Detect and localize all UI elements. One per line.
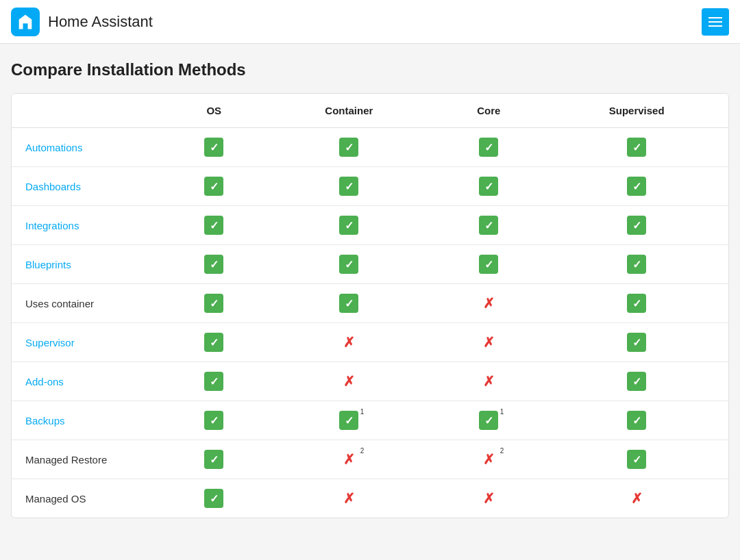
app-title: Home Assistant	[48, 13, 153, 31]
feature-text: Managed Restore	[25, 454, 107, 466]
feature-text: Uses container	[25, 298, 94, 309]
feature-link[interactable]: Backups	[25, 415, 65, 427]
table-cell-supervised: ✓	[545, 245, 728, 284]
check-icon: ✓	[627, 294, 646, 313]
feature-cell[interactable]: Backups	[12, 401, 162, 440]
header: Home Assistant	[0, 0, 740, 44]
feature-cell: Managed Restore	[12, 440, 162, 479]
table-row: Automations✓✓✓✓	[12, 128, 728, 167]
check-icon: ✓	[204, 411, 223, 430]
table-cell-supervised: ✓	[545, 167, 728, 206]
check-icon: ✓1	[479, 411, 498, 430]
page-title: Compare Installation Methods	[11, 60, 729, 79]
cross-icon: ✗	[479, 333, 498, 352]
table-cell-container: ✓	[266, 206, 433, 245]
check-icon: ✓	[204, 372, 223, 391]
check-icon: ✓	[204, 333, 223, 352]
menu-button[interactable]	[702, 8, 729, 36]
comparison-table: OS Container Core Supervised Automations…	[12, 94, 728, 518]
check-icon: ✓	[627, 411, 646, 430]
check-icon: ✓	[339, 177, 358, 196]
table-cell-os: ✓	[162, 167, 266, 206]
table-cell-container: ✗	[266, 362, 433, 401]
check-icon: ✓	[627, 216, 646, 235]
check-icon: ✓	[627, 255, 646, 274]
feature-cell[interactable]: Dashboards	[12, 167, 162, 206]
table-row: Backups✓✓1✓1✓	[12, 401, 728, 440]
table-cell-core: ✓	[432, 206, 545, 245]
table-cell-core: ✗	[432, 284, 545, 323]
check-icon: ✓	[204, 255, 223, 274]
feature-link[interactable]: Automations	[25, 142, 82, 153]
table-cell-container: ✓	[266, 245, 433, 284]
hamburger-icon	[708, 21, 722, 23]
check-icon: ✓	[627, 372, 646, 391]
check-icon: ✓	[479, 216, 498, 235]
check-icon: ✓	[339, 294, 358, 313]
table-cell-container: ✓	[266, 167, 433, 206]
table-cell-container: ✗	[266, 479, 433, 518]
check-icon: ✓	[204, 450, 223, 469]
table-cell-supervised: ✓	[545, 323, 728, 362]
table-cell-core: ✓	[432, 245, 545, 284]
check-icon: ✓	[627, 177, 646, 196]
check-icon: ✓	[204, 216, 223, 235]
cross-icon: ✗2	[479, 450, 498, 469]
cross-icon: ✗	[627, 489, 646, 508]
check-icon: ✓	[339, 216, 358, 235]
table-cell-os: ✓	[162, 128, 266, 167]
table-cell-supervised: ✓	[545, 401, 728, 440]
table-cell-supervised: ✓	[545, 206, 728, 245]
col-header-container: Container	[266, 94, 433, 128]
svg-point-0	[23, 18, 27, 22]
feature-cell[interactable]: Integrations	[12, 206, 162, 245]
feature-link[interactable]: Add-ons	[25, 376, 64, 387]
cross-icon: ✗	[479, 372, 498, 391]
table-cell-core: ✗2	[432, 440, 545, 479]
table-cell-os: ✓	[162, 245, 266, 284]
check-icon: ✓	[339, 255, 358, 274]
check-icon: ✓	[204, 138, 223, 157]
table-row: Blueprints✓✓✓✓	[12, 245, 728, 284]
table-cell-supervised: ✓	[545, 440, 728, 479]
feature-cell[interactable]: Automations	[12, 128, 162, 167]
feature-link[interactable]: Integrations	[25, 220, 79, 231]
col-header-core: Core	[432, 94, 545, 128]
feature-cell[interactable]: Blueprints	[12, 245, 162, 284]
cross-icon: ✗	[479, 294, 498, 313]
table-cell-os: ✓	[162, 323, 266, 362]
cross-icon: ✗	[479, 489, 498, 508]
table-cell-supervised: ✓	[545, 362, 728, 401]
check-icon: ✓	[204, 177, 223, 196]
table-row: Dashboards✓✓✓✓	[12, 167, 728, 206]
feature-text: Managed OS	[25, 493, 86, 505]
table-header-row: OS Container Core Supervised	[12, 94, 728, 128]
table-row: Managed Restore✓✗2✗2✓	[12, 440, 728, 479]
feature-link[interactable]: Dashboards	[25, 181, 81, 192]
table-cell-supervised: ✓	[545, 284, 728, 323]
table-row: Managed OS✓✗✗✗	[12, 479, 728, 518]
feature-cell[interactable]: Supervisor	[12, 323, 162, 362]
table-row: Integrations✓✓✓✓	[12, 206, 728, 245]
feature-link[interactable]: Blueprints	[25, 259, 71, 270]
check-icon: ✓	[479, 177, 498, 196]
table-body: Automations✓✓✓✓Dashboards✓✓✓✓Integration…	[12, 128, 728, 518]
table-cell-container: ✗2	[266, 440, 433, 479]
feature-cell[interactable]: Add-ons	[12, 362, 162, 401]
table-cell-container: ✓	[266, 284, 433, 323]
table-row: Uses container✓✓✗✓	[12, 284, 728, 323]
logo-icon	[11, 8, 40, 36]
table-cell-supervised: ✗	[545, 479, 728, 518]
check-icon: ✓	[627, 138, 646, 157]
table-cell-os: ✓	[162, 362, 266, 401]
table-cell-container: ✓1	[266, 401, 433, 440]
table-cell-core: ✗	[432, 362, 545, 401]
table-cell-core: ✓1	[432, 401, 545, 440]
header-left: Home Assistant	[11, 8, 153, 36]
table-container: OS Container Core Supervised Automations…	[11, 93, 729, 518]
page-content: Compare Installation Methods OS Containe…	[0, 44, 740, 535]
check-icon: ✓	[479, 255, 498, 274]
col-header-supervised: Supervised	[545, 94, 728, 128]
cross-icon: ✗	[339, 489, 358, 508]
feature-link[interactable]: Supervisor	[25, 337, 75, 348]
